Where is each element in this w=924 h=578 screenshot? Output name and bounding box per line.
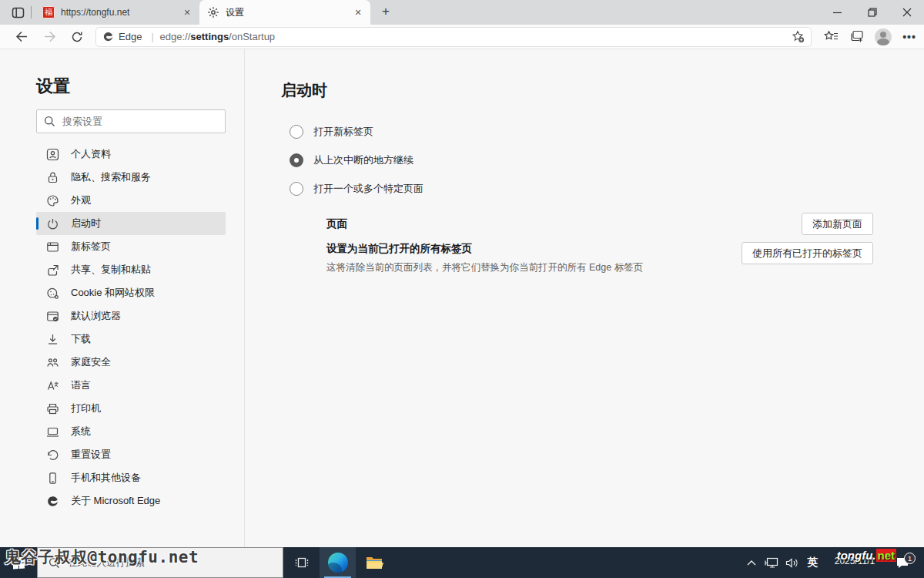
sidebar-item-startup[interactable]: 启动时 (36, 212, 226, 235)
sidebar-item-downloads[interactable]: 下载 (36, 328, 226, 351)
sidebar-item-family[interactable]: 家庭安全 (36, 351, 226, 374)
family-icon (46, 356, 59, 369)
restore-button[interactable] (855, 0, 889, 25)
radio-unselected-icon[interactable] (290, 182, 303, 196)
default-browser-icon (46, 310, 59, 323)
add-favorite-icon[interactable] (792, 30, 805, 43)
sidebar-item-default-browser[interactable]: 默认浏览器 (36, 304, 226, 328)
sidebar-item-cookies[interactable]: Cookie 和网站权限 (36, 281, 226, 304)
reset-icon (46, 449, 59, 462)
sidebar-item-label: 家庭安全 (71, 355, 111, 369)
sidebar-item-profile[interactable]: 个人资料 (36, 143, 226, 166)
favorites-icon[interactable] (819, 27, 842, 47)
taskbar-search-input[interactable]: 在此键入进行搜索 (37, 547, 283, 578)
notification-badge: 1 (904, 553, 916, 564)
search-icon (49, 557, 60, 569)
tongfu-logo: tongfu.net (837, 549, 896, 562)
sidebar-item-label: 默认浏览器 (71, 309, 121, 323)
search-icon (44, 116, 55, 127)
sidebar-item-printers[interactable]: 打印机 (36, 397, 226, 420)
radio-label: 打开一个或多个特定页面 (313, 182, 424, 196)
tab-title: 设置 (226, 6, 352, 19)
taskbar-edge-button[interactable] (320, 547, 356, 578)
settings-page: 设置 搜索设置 个人资料隐私、搜索和服务外观启动时新标签页共享、复制和粘贴Coo… (0, 49, 924, 547)
settings-nav: 个人资料隐私、搜索和服务外观启动时新标签页共享、复制和粘贴Cookie 和网站权… (36, 143, 226, 512)
forward-button[interactable] (38, 27, 60, 47)
sidebar-item-label: 下载 (71, 332, 91, 346)
start-button[interactable] (0, 547, 37, 578)
address-bar[interactable]: Edge | edge://settings/onStartup (95, 27, 812, 47)
windows-logo-icon (13, 556, 25, 569)
tab-settings[interactable]: 设置 ✕ (199, 0, 370, 25)
radio-unselected-icon[interactable] (290, 125, 303, 139)
sidebar-item-privacy[interactable]: 隐私、搜索和服务 (36, 166, 226, 189)
file-explorer-icon (365, 555, 383, 570)
sidebar-item-newtab[interactable]: 新标签页 (36, 235, 226, 258)
new-tab-button[interactable]: + (375, 1, 397, 22)
sidebar-item-languages[interactable]: 语言 (36, 374, 226, 397)
section-heading: 启动时 (281, 80, 924, 101)
minimize-button[interactable] (820, 0, 855, 25)
refresh-button[interactable] (66, 27, 88, 47)
sidebar-item-phone[interactable]: 手机和其他设备 (36, 466, 226, 489)
collections-icon[interactable] (845, 27, 869, 47)
tab-close-icon[interactable]: ✕ (352, 6, 364, 18)
gear-icon (207, 6, 219, 18)
sidebar-item-label: 共享、复制和粘贴 (71, 263, 151, 277)
printers-icon (46, 402, 59, 415)
add-new-page-button[interactable]: 添加新页面 (802, 213, 873, 235)
close-button[interactable] (889, 0, 924, 25)
input-method-indicator[interactable]: 英 (802, 556, 823, 570)
settings-menu-icon[interactable]: ••• (898, 27, 921, 47)
sidebar-item-label: 外观 (71, 193, 91, 207)
use-open-tabs-button[interactable]: 使用所有已打开的标签页 (742, 242, 873, 264)
set-current-tabs-description: 这将清除当前的页面列表，并将它们替换为你当前打开的所有 Edge 标签页 (326, 261, 643, 274)
appearance-icon (46, 194, 59, 207)
sidebar-item-label: 打印机 (71, 402, 101, 415)
startup-radio-option[interactable]: 打开一个或多个特定页面 (281, 174, 924, 203)
sidebar-item-label: 启动时 (71, 217, 101, 230)
back-button[interactable] (11, 27, 32, 47)
sidebar-item-system[interactable]: 系统 (36, 420, 226, 443)
task-view-button[interactable] (283, 547, 320, 578)
tab-title: https://tongfu.net (61, 7, 181, 18)
sidebar-item-label: 重置设置 (71, 448, 111, 462)
network-icon[interactable] (762, 547, 782, 578)
profile-avatar[interactable] (872, 27, 895, 47)
sidebar-item-reset[interactable]: 重置设置 (36, 443, 226, 466)
task-view-icon (294, 556, 310, 570)
radio-label: 打开新标签页 (313, 125, 373, 139)
windows-taskbar: 在此键入进行搜索 英 2025/11/1 1 (0, 547, 924, 578)
sidebar-item-share[interactable]: 共享、复制和粘贴 (36, 258, 226, 281)
settings-content: 启动时 打开新标签页从上次中断的地方继续打开一个或多个特定页面 页面 添加新页面… (245, 49, 924, 547)
tab-divider (31, 6, 32, 18)
tray-chevron-icon[interactable] (742, 547, 762, 578)
search-input[interactable]: 搜索设置 (36, 109, 226, 133)
sidebar-item-about[interactable]: 关于 Microsoft Edge (36, 489, 226, 512)
startup-radio-option[interactable]: 打开新标签页 (281, 117, 924, 146)
taskbar-explorer-button[interactable] (356, 547, 392, 578)
set-current-tabs-title: 设置为当前已打开的所有标签页 (326, 242, 643, 256)
tab-close-icon[interactable]: ✕ (181, 6, 193, 18)
startup-radio-option[interactable]: 从上次中断的地方继续 (281, 146, 924, 174)
languages-icon (46, 379, 59, 392)
sidebar-item-label: 新标签页 (71, 240, 111, 254)
pages-label: 页面 (326, 217, 347, 231)
system-tray: 英 2025/11/1 1 (742, 547, 924, 578)
edge-logo-icon (102, 31, 114, 42)
url-text: edge://settings/onStartup (160, 31, 276, 42)
radio-selected-icon[interactable] (290, 153, 303, 167)
sidebar-item-appearance[interactable]: 外观 (36, 189, 226, 212)
address-divider: | (151, 32, 153, 42)
downloads-icon (46, 333, 59, 346)
share-icon (46, 264, 59, 277)
search-placeholder: 搜索设置 (62, 115, 102, 129)
avatar (875, 29, 892, 45)
tab-tongfu[interactable]: 福 https://tongfu.net ✕ (35, 0, 199, 25)
tab-preview-icon[interactable] (6, 0, 29, 25)
radio-label: 从上次中断的地方继续 (313, 153, 413, 167)
volume-icon[interactable] (782, 547, 802, 578)
privacy-icon (46, 171, 59, 184)
taskbar-search-placeholder: 在此键入进行搜索 (68, 556, 145, 570)
sidebar-item-label: 语言 (71, 378, 91, 392)
